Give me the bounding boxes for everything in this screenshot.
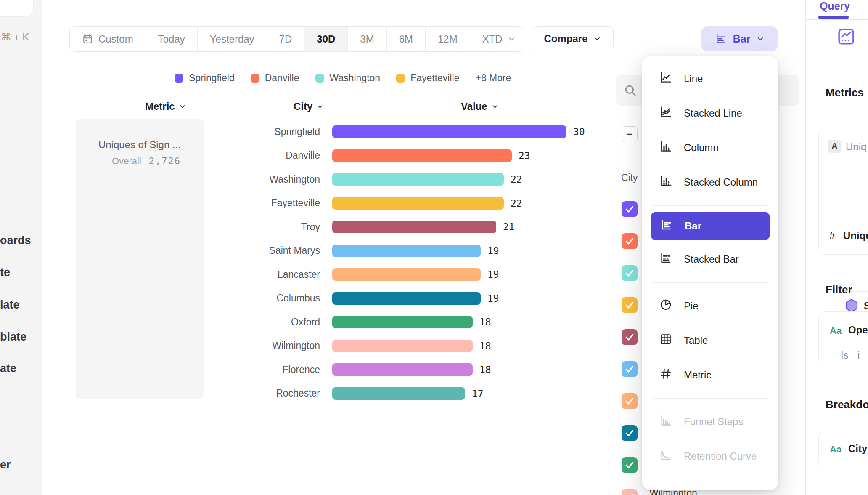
chart-row: Troy21 [210,215,606,239]
bar-value-label: 21 [503,221,515,232]
breakdown-heading: Breakdo [826,398,868,411]
metric-summary-card[interactable]: Uniques of Sign ... Overall 2,726 [76,119,204,399]
chart-type-dropdown-button[interactable]: Bar [701,26,778,51]
bar[interactable] [332,316,473,328]
filter-card[interactable]: Aa Ope Is i [818,311,868,366]
event-name: Sig [864,300,868,312]
bar[interactable] [332,268,481,281]
bar-chart: Springfield30Danville23Washington22Fayet… [210,120,606,405]
filter-operator: Is [841,349,849,361]
menu-item-metric[interactable]: Metric [642,358,778,392]
sidebar-item[interactable]: er [0,458,11,471]
date-range-label: 12M [438,33,458,45]
date-range-xtd[interactable]: XTD [470,27,524,51]
bar[interactable] [332,173,504,186]
bar[interactable] [332,245,481,257]
city-checkbox[interactable] [622,233,638,249]
date-range-label: Today [158,33,185,45]
date-range-today[interactable]: Today [146,27,198,51]
date-range-custom[interactable]: Custom [70,27,146,51]
menu-item-stacked-bar[interactable]: Stacked Bar [642,242,778,277]
bar[interactable] [332,340,473,352]
legend-item[interactable]: Washington [315,72,381,84]
chart-row: Washington22 [210,168,606,192]
menu-item-pie[interactable]: Pie [642,289,778,323]
bar-value-label: 30 [573,126,585,137]
chart-preview-icon[interactable] [836,27,856,48]
chart-row: Columbus19 [210,287,606,311]
date-range-30d[interactable]: 30D [304,27,348,51]
date-range-7d[interactable]: 7D [267,27,305,51]
breakdown-property: City [848,443,867,455]
select-all-checkbox[interactable] [622,126,638,142]
city-checkbox[interactable] [622,329,638,345]
bar[interactable] [332,221,496,233]
bar-category-label: Washington [210,174,332,185]
menu-item-bar[interactable]: Bar [651,212,770,240]
date-range-label: XTD [482,33,503,45]
series-letter-badge: A [828,140,841,153]
chevron-down-icon [508,35,516,43]
bar-value-label: 18 [479,364,491,375]
metrics-card[interactable]: A Uniq Sig Ad # Uniqu [818,128,868,255]
legend-label: Washington [330,72,381,84]
column-header-city[interactable]: City [294,101,324,112]
pie-chart-icon [659,298,672,314]
menu-item-funnel-steps: Funnel Steps [642,405,778,439]
menu-item-column[interactable]: Column [642,130,778,165]
bar[interactable] [332,292,481,305]
city-checkbox[interactable] [622,393,638,409]
compare-button[interactable]: Compare [532,26,614,51]
legend-more-label[interactable]: +8 More [475,72,511,84]
bar[interactable] [332,197,504,210]
city-checkbox[interactable] [622,297,638,313]
sidebar-item[interactable]: te [0,266,10,279]
city-checkbox[interactable] [622,425,638,441]
bar-category-label: Rochester [210,388,332,399]
column-header-value[interactable]: Value [461,101,499,112]
bar[interactable] [332,363,473,376]
retention-curve-icon [659,448,672,464]
tab-query[interactable]: Query [820,0,850,12]
menu-item-table[interactable]: Table [642,323,778,358]
legend-item[interactable]: Danville [251,72,299,84]
bar[interactable] [332,149,512,162]
funnel-steps-icon [659,414,672,430]
date-range-12m[interactable]: 12M [426,27,470,51]
sidebar-item[interactable]: blate [0,330,26,343]
city-checkbox[interactable] [622,361,638,377]
sidebar-item[interactable]: ate [0,362,16,375]
date-range-label: 6M [399,33,413,45]
search-icon [623,83,638,98]
city-checkbox[interactable] [622,489,638,495]
breakdown-card[interactable]: Aa City [818,431,868,468]
table-icon [659,333,672,349]
aggregation-label: Uniqu [843,230,868,242]
menu-item-stacked-column[interactable]: Stacked Column [642,165,778,200]
chevron-down-icon [756,35,765,43]
legend-item[interactable]: Fayetteville [396,72,459,84]
column-header-metric[interactable]: Metric [145,101,186,112]
bar[interactable] [332,387,465,400]
bar[interactable] [332,125,566,138]
bar-category-label: Troy [210,221,332,233]
date-range-yesterday[interactable]: Yesterday [198,27,267,51]
menu-divider [653,398,767,399]
city-checkbox[interactable] [622,201,638,217]
chart-type-button-label: Bar [733,33,751,45]
date-range-6m[interactable]: 6M [387,27,426,51]
city-checkbox[interactable] [622,265,638,281]
sidebar-item[interactable]: oards [0,234,31,247]
legend-item[interactable]: Springfield [175,72,235,84]
check-icon [624,492,635,495]
menu-item-line[interactable]: Line [642,61,778,96]
city-checkbox[interactable] [622,457,638,473]
chevron-down-icon [179,103,186,110]
bar-value-label: 19 [487,269,499,280]
bar-value-label: 22 [511,198,522,209]
chart-row: Florence18 [210,358,606,382]
date-range-3m[interactable]: 3M [348,27,386,51]
menu-item-stacked-line[interactable]: Stacked Line [642,96,778,130]
sidebar-item[interactable]: late [0,298,20,311]
filter-heading: Filter [826,283,852,296]
